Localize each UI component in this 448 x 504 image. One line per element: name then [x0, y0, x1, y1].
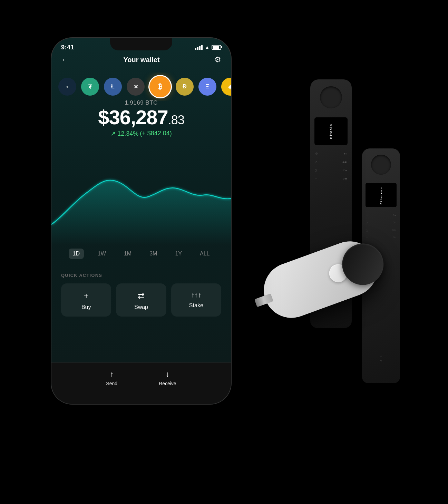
coin-ltc[interactable]: Ł — [104, 78, 122, 96]
hw2-text-4: ▷▹ — [393, 236, 396, 239]
settings-button[interactable]: ⚙ — [214, 55, 221, 64]
coin-bnb[interactable]: ◈ — [221, 78, 231, 96]
bottom-navigation: ↑ Send ↓ Receive — [51, 362, 231, 404]
send-label: Send — [106, 381, 117, 386]
hw-menu-row: ⚙ ●○ — [315, 152, 347, 155]
status-time: 9:41 — [61, 44, 74, 51]
buy-icon: + — [84, 291, 89, 301]
hw-menu-icon-1: ⚙ — [315, 152, 318, 155]
time-filter-all[interactable]: ALL — [196, 249, 214, 259]
buy-button[interactable]: + Buy — [61, 283, 111, 317]
stake-icon: ↑↑↑ — [191, 291, 201, 299]
scene: 9:41 ▲ ← Your wallet — [34, 10, 414, 494]
time-filter-1d[interactable]: 1D — [69, 249, 84, 259]
receive-icon: ↓ — [166, 370, 169, 379]
coin-btc-active[interactable]: ₿ — [149, 76, 171, 97]
hw2-icon-3: ∑ — [366, 229, 368, 232]
buy-label: Buy — [81, 304, 91, 310]
header-title: Your wallet — [123, 56, 159, 64]
swap-icon: ⇄ — [138, 291, 145, 301]
hw2-row-1: ○ B● — [366, 214, 396, 217]
quick-actions-section: QUICK ACTIONS + Buy ⇄ Swap ↑↑↑ Stake — [61, 273, 221, 317]
coin-xrp[interactable]: ✕ — [127, 78, 145, 96]
hw-menu-text-3: □● — [343, 169, 347, 172]
phone-screen: 9:41 ▲ ← Your wallet — [51, 38, 231, 404]
nano-usb — [254, 293, 273, 307]
crypto-balance: 1.9169 BTC — [51, 99, 231, 106]
notch — [110, 38, 172, 50]
wifi-icon: ▲ — [205, 45, 210, 50]
hw2-row-2: ✕ D○ — [366, 221, 396, 224]
battery-fill — [213, 46, 219, 49]
hw2-icon-1: ○ — [366, 214, 368, 217]
time-filter-1w[interactable]: 1W — [94, 249, 110, 259]
fiat-balance: $36,287.83 — [51, 106, 231, 128]
signal-icon — [195, 45, 203, 50]
hw-device-2-menu: ○ B● ✕ D○ ∑ M□ + ▷▹ — [366, 214, 396, 239]
receive-nav-item[interactable]: ↓ Receive — [159, 370, 176, 386]
signal-bar-1 — [195, 48, 196, 50]
hw-device-1-screen: Bitcoin — [314, 117, 348, 145]
price-chart[interactable] — [51, 155, 231, 245]
app-header: ← Your wallet ⚙ — [61, 55, 221, 64]
time-filter-3m[interactable]: 3M — [145, 249, 161, 259]
coin-usdt[interactable]: ₮ — [81, 78, 99, 96]
hw-menu-row-2: ✕ ◈◉ — [315, 160, 347, 164]
hw-device-2-screen-text: Ethereum — [380, 186, 383, 204]
signal-bar-4 — [201, 45, 203, 50]
hw2-text-3: M□ — [392, 229, 396, 232]
hw-device-1-screen-text: Bitcoin — [329, 124, 333, 139]
time-filter-row: 1D 1W 1M 3M 1Y ALL — [51, 249, 231, 259]
send-icon: ↑ — [110, 370, 114, 379]
hw-device-2-screen: Ethereum — [366, 183, 397, 207]
time-filter-1y[interactable]: 1Y — [171, 249, 186, 259]
coin-selector-row: ● ₮ Ł ✕ ₿ Ð Ξ ◈ ◎ — [51, 72, 231, 101]
quick-actions-row: + Buy ⇄ Swap ↑↑↑ Stake — [61, 283, 221, 317]
fiat-cents: .83 — [168, 113, 184, 127]
signal-bar-2 — [197, 47, 198, 50]
hw-menu-text-2: ◈◉ — [342, 161, 347, 164]
hw2-row-4: + ▷▹ — [366, 236, 396, 239]
balance-change: ↗ 12.34% (+ $842.04) — [51, 130, 231, 137]
hw-device-1-menu: ⚙ ●○ ✕ ◈◉ ∑ □● + ▷■ — [315, 152, 347, 180]
battery-icon — [212, 45, 221, 50]
swap-label: Swap — [134, 304, 148, 310]
hw-device-2-buttons: ∧ ∨ — [362, 355, 400, 362]
send-nav-item[interactable]: ↑ Send — [106, 370, 117, 386]
hw2-row-3: ∑ M□ — [366, 229, 396, 232]
change-percent: ↗ 12.34% — [110, 130, 138, 137]
chart-svg — [51, 155, 231, 245]
stake-button[interactable]: ↑↑↑ Stake — [171, 283, 221, 317]
receive-label: Receive — [159, 381, 176, 386]
hw-menu-icon-3: ∑ — [315, 168, 317, 172]
hw-menu-row-3: ∑ □● — [315, 168, 347, 172]
coin-algo[interactable]: ● — [58, 78, 76, 96]
hw2-icon-2: ✕ — [366, 221, 369, 224]
hw2-text-1: B● — [393, 214, 396, 217]
hw2-btn-up: ∧ — [380, 355, 382, 358]
status-icons: ▲ — [195, 45, 221, 50]
hw2-btn-down: ∨ — [380, 359, 382, 362]
chart-area — [51, 180, 231, 245]
coin-eth[interactable]: Ξ — [198, 78, 216, 96]
hw-menu-text-4: ▷■ — [343, 177, 347, 180]
back-button[interactable]: ← — [61, 55, 69, 64]
stake-label: Stake — [189, 302, 203, 309]
hw-menu-row-4: + ▷■ — [315, 177, 347, 180]
swap-button[interactable]: ⇄ Swap — [116, 283, 166, 317]
time-filter-1m[interactable]: 1M — [120, 249, 136, 259]
fiat-main: $36,287 — [98, 106, 168, 128]
phone: 9:41 ▲ ← Your wallet — [51, 38, 231, 404]
coin-doge[interactable]: Ð — [176, 78, 194, 96]
hw-menu-icon-4: + — [315, 177, 317, 180]
hw-menu-icon-2: ✕ — [315, 160, 318, 164]
hw-menu-text-1: ●○ — [343, 152, 347, 155]
signal-bar-3 — [199, 46, 201, 50]
balance-section: 1.9169 BTC $36,287.83 ↗ 12.34% (+ $842.0… — [51, 99, 231, 137]
hw2-icon-4: + — [366, 236, 368, 239]
quick-actions-label: QUICK ACTIONS — [61, 273, 221, 278]
hw2-text-2: D○ — [393, 221, 396, 224]
change-amount: (+ $842.04) — [140, 130, 172, 137]
